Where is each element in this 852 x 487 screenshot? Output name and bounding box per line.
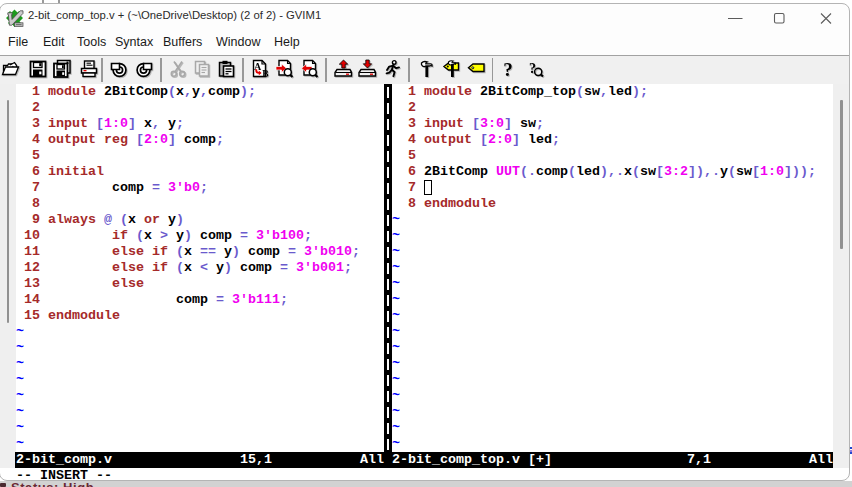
svg-text:B: B: [262, 69, 269, 79]
svg-text:?: ?: [503, 59, 513, 79]
svg-text:A: A: [254, 60, 262, 71]
